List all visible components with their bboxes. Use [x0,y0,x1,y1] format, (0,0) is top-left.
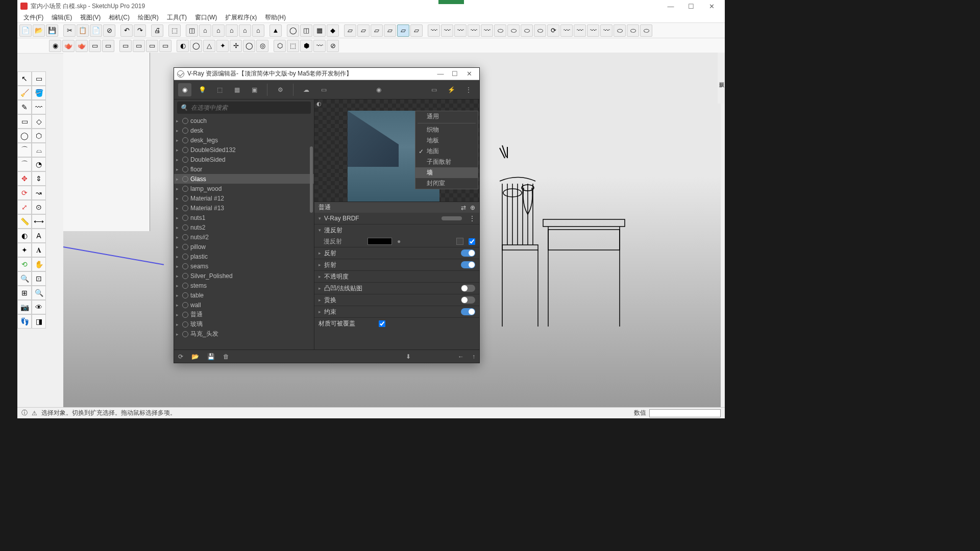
context-menu-item[interactable]: 地板 [415,135,478,146]
save-icon[interactable]: 💾 [207,353,215,360]
material-preview[interactable]: ◐ 通用织物地板地面子面散射墙封闭室 [314,99,479,202]
tool-arc1[interactable]: ⌒ [17,143,32,157]
curve-11[interactable]: 〰 [560,24,573,37]
tool-model[interactable]: ⬚ [168,24,181,37]
vray-shape3[interactable]: △ [203,40,215,52]
brdf-slider[interactable] [442,216,462,220]
menu-tools[interactable]: 工具(T) [164,12,190,23]
vray-obj4[interactable]: 〰 [313,40,326,52]
maximize-button[interactable]: ☐ [681,3,701,10]
vray-view3[interactable]: ▭ [146,40,158,52]
tool-face1[interactable]: ▱ [344,24,356,37]
material-item[interactable]: ▸DoubleSided [174,155,314,164]
override-checkbox[interactable] [379,320,385,327]
tool-rotrect[interactable]: ◇ [32,114,46,129]
vray-shape7[interactable]: ◎ [256,40,268,52]
context-menu-item[interactable]: 封闭室 [415,178,478,189]
tool-circle[interactable]: ◯ [17,129,32,143]
tool-tape[interactable]: 📏 [17,214,32,229]
refresh-icon[interactable]: ⟳ [178,353,183,360]
tool-orbit[interactable]: ⟲ [17,257,32,271]
vray-tab-lights[interactable]: 💡 [195,83,209,96]
tool-move[interactable]: ✥ [17,171,32,186]
tool-section[interactable]: ◨ [32,314,46,329]
displace-section[interactable]: ▸贡换 [314,294,479,306]
tool-pie[interactable]: ◔ [32,157,46,171]
vray-render[interactable]: ◉ [49,40,61,52]
refraction-toggle[interactable] [461,261,475,268]
value-input[interactable] [649,409,721,417]
menu-draw[interactable]: 绘图(R) [135,12,162,23]
curve-1[interactable]: 〰 [428,24,440,37]
curve-10[interactable]: ⟳ [547,24,559,37]
material-item[interactable]: ▸Material #12 [174,193,314,203]
tool-scale[interactable]: ⤢ [17,200,32,214]
diffuse-map-toggle[interactable] [469,238,475,245]
vray-material-list[interactable]: ▸couch▸desk▸desk_legs▸DoubleSided132▸Dou… [174,116,314,349]
curve-7[interactable]: ⬭ [507,24,520,37]
curve-13[interactable]: 〰 [587,24,599,37]
vray-tab-materials[interactable]: ◉ [178,83,191,96]
tool-arc3[interactable]: ⌒ [17,157,32,171]
curve-3[interactable]: 〰 [454,24,467,37]
tool-lasso[interactable]: ▭ [32,71,46,86]
tool-offset[interactable]: ⊙ [32,200,46,214]
tool-redo[interactable]: ↷ [134,24,146,37]
diffuse-section[interactable]: ▾漫反射 [314,224,479,236]
material-item[interactable]: ▸nuts1 [174,213,314,222]
menu-help[interactable]: 帮助(H) [262,12,289,23]
material-item[interactable]: ▸seams [174,261,314,271]
material-item[interactable]: ▸wall [174,300,314,310]
tool-push[interactable]: ⇕ [32,171,46,186]
folder-open-icon[interactable]: 📂 [191,353,199,360]
close-button[interactable]: ✕ [701,3,722,10]
bump-section[interactable]: ▸凸凹/法线贴图 [314,283,479,294]
context-menu-item[interactable]: 子面散射 [415,157,478,167]
tool-shaded[interactable]: ◆ [327,24,339,37]
curve-14[interactable]: 〰 [600,24,612,37]
material-item[interactable]: ▸desk [174,126,314,135]
tool-face2[interactable]: ▱ [357,24,370,37]
curve-2[interactable]: 〰 [441,24,453,37]
bump-toggle[interactable] [461,285,475,292]
context-menu-item[interactable]: 织物 [415,124,478,135]
tool-freehand[interactable]: 〰 [32,100,46,114]
tool-arc2[interactable]: ⌓ [32,143,46,157]
tool-left[interactable]: ⌂ [239,24,251,37]
vray-eye-icon[interactable]: ◉ [372,83,385,96]
brdf-header[interactable]: ▾V-Ray BRDF ⋮ [314,213,479,224]
menu-camera[interactable]: 相机(C) [106,12,133,23]
material-item[interactable]: ▸DoubleSided132 [174,145,314,155]
diffuse-color-swatch[interactable] [368,238,392,245]
vray-shape4[interactable]: ✦ [216,40,229,52]
curve-8[interactable]: ⬭ [521,24,533,37]
vray-teapot1[interactable]: 🫖 [62,40,75,52]
tool-new[interactable]: 📄 [19,24,32,37]
tool-flip[interactable]: ▲ [270,24,282,37]
vray-tab-textures[interactable]: ▦ [230,83,243,96]
material-item[interactable]: ▸table [174,290,314,300]
curve-17[interactable]: ⬭ [640,24,652,37]
scrollbar[interactable] [310,146,313,213]
vray-tab-render[interactable]: ▣ [248,83,261,96]
opacity-section[interactable]: ▸不透明度 [314,271,479,282]
vray-obj3[interactable]: ⬢ [300,40,312,52]
bind-toggle[interactable] [461,308,475,315]
swap-icon[interactable]: ⇄ [461,204,466,211]
vray-view4[interactable]: ▭ [159,40,172,52]
up-icon[interactable]: ↑ [472,353,475,360]
tool-zoom[interactable]: 🔍 [17,271,32,286]
tool-paint[interactable]: 🪣 [32,86,46,100]
curve-5[interactable]: 〰 [481,24,493,37]
material-item[interactable]: ▸floor [174,164,314,174]
menu-edit[interactable]: 编辑(E) [48,12,75,23]
tool-face5[interactable]: ▱ [397,24,409,37]
tool-hidden[interactable]: ▦ [313,24,326,37]
menu-ext[interactable]: 扩展程序(x) [222,12,260,23]
vray-shape1[interactable]: ◐ [177,40,189,52]
vray-frame[interactable]: ▭ [89,40,101,52]
tool-follow[interactable]: ↝ [32,186,46,200]
material-item[interactable]: ▸玻璃 [174,319,314,329]
add-layer-icon[interactable]: ⊕ [470,204,475,211]
preview-env-icon[interactable]: ◐ [316,101,322,109]
